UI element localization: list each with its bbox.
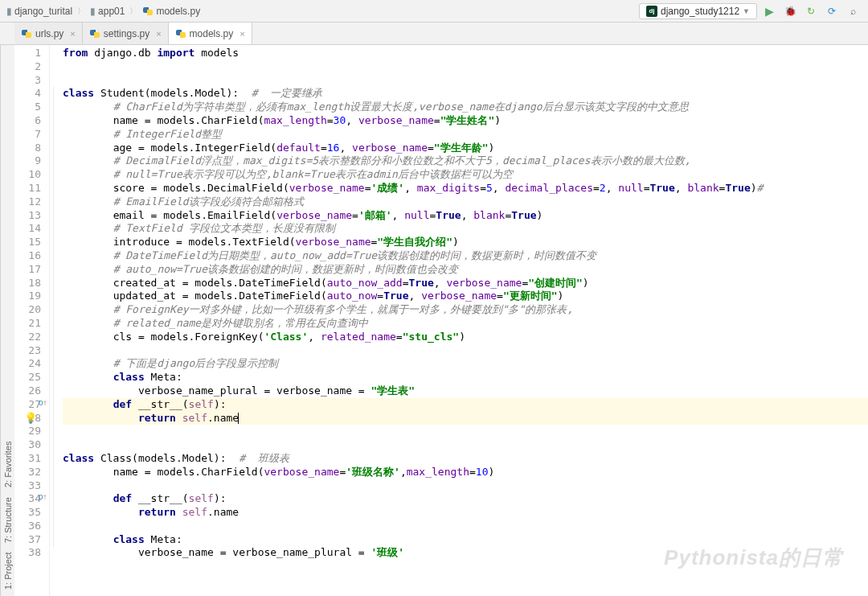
code-line[interactable]: # 下面是django后台字段显示控制: [63, 357, 868, 371]
code-line[interactable]: return self.name: [63, 506, 868, 520]
code-line[interactable]: introduce = models.TextField(verbose_nam…: [63, 236, 868, 249]
dropdown-icon: ▼: [743, 7, 750, 15]
toolbar-actions: dj django_study1212 ▼ ▶ 🐞 ↻ ⟳ ⌕: [639, 2, 862, 20]
code-line[interactable]: def __str__(self):: [63, 398, 868, 412]
code-line[interactable]: # TextField 字段位文本类型，长度没有限制: [63, 222, 868, 236]
tab-urls[interactable]: urls.py×: [14, 23, 83, 44]
code-line[interactable]: class Class(models.Model): # 班级表: [63, 452, 868, 466]
python-file-icon: [21, 28, 32, 39]
fold-gutter[interactable]: [50, 45, 61, 596]
code-line[interactable]: [63, 520, 868, 533]
project-panel-toggle[interactable]: 1: Project: [3, 553, 13, 590]
code-line[interactable]: # ForeignKey一对多外键，比如一个班级有多个学生，就属于一对多，外键要…: [63, 303, 868, 317]
code-line[interactable]: # DateTimeField为日期类型，auto_now_add=True该数…: [63, 249, 868, 263]
code-line[interactable]: # CharField为字符串类型，必须有max_length设置最大长度,ve…: [63, 101, 868, 114]
code-line[interactable]: created_at = models.DateTimeField(auto_n…: [63, 277, 868, 290]
code-line[interactable]: verbose_name_plural = verbose_name = "学生…: [63, 384, 868, 398]
breadcrumb-folder[interactable]: ▮app01: [90, 6, 125, 17]
chevron-right-icon: 〉: [129, 6, 137, 17]
code-line[interactable]: # DecimalField浮点型，max_digits=5表示整数部分和小数位…: [63, 154, 868, 168]
code-line[interactable]: cls = models.ForeignKey('Class', related…: [63, 331, 868, 344]
folder-icon: ▮: [90, 6, 96, 17]
breadcrumb-file[interactable]: models.py: [142, 6, 200, 17]
folder-icon: ▮: [6, 6, 12, 17]
code-line[interactable]: name = models.CharField(max_length=30, v…: [63, 114, 868, 128]
code-line[interactable]: [63, 60, 868, 74]
breadcrumb: ▮django_turital 〉 ▮app01 〉 models.py: [6, 6, 200, 17]
left-tool-stripe: 1: Project 7: Structure 2: Favorites: [0, 45, 14, 596]
line-number-gutter[interactable]: 1234567891011121314151617181920212223242…: [14, 45, 50, 596]
close-icon[interactable]: ×: [240, 29, 244, 39]
code-line[interactable]: [63, 344, 868, 358]
code-line[interactable]: [63, 425, 868, 438]
tab-models[interactable]: models.py×: [169, 23, 252, 44]
main-area: 1: Project 7: Structure 2: Favorites 123…: [0, 45, 868, 596]
code-line[interactable]: # related_name是对外键取别名，常用在反向查询中: [63, 317, 868, 331]
python-file-icon: [142, 6, 154, 17]
code-line[interactable]: [63, 438, 868, 452]
bug-icon: 🐞: [784, 6, 796, 17]
code-line[interactable]: def __str__(self):: [63, 492, 868, 506]
close-icon[interactable]: ×: [156, 29, 161, 39]
close-icon[interactable]: ×: [70, 29, 75, 39]
django-icon: dj: [646, 6, 657, 17]
code-line[interactable]: [63, 479, 868, 493]
code-line[interactable]: # EmailField该字段必须符合邮箱格式: [63, 195, 868, 209]
chevron-right-icon: 〉: [77, 6, 85, 17]
search-button[interactable]: ⌕: [844, 2, 862, 20]
main-toolbar: ▮django_turital 〉 ▮app01 〉 models.py dj …: [0, 0, 868, 23]
code-line[interactable]: # IntegerField整型: [63, 128, 868, 142]
code-line[interactable]: age = models.IntegerField(default=16, ve…: [63, 142, 868, 155]
rerun-button[interactable]: ↻: [802, 2, 820, 20]
code-line[interactable]: email = models.EmailField(verbose_name='…: [63, 209, 868, 223]
search-icon: ⌕: [850, 6, 856, 17]
structure-panel-toggle[interactable]: 7: Structure: [3, 497, 13, 543]
update-icon: ⟳: [828, 6, 836, 17]
python-file-icon: [175, 28, 186, 39]
code-line[interactable]: class Meta:: [63, 371, 868, 384]
debug-button[interactable]: 🐞: [781, 2, 799, 20]
code-line[interactable]: name = models.CharField(verbose_name='班级…: [63, 466, 868, 479]
code-line[interactable]: # auto_now=True该条数据创建的时间，数据更新时，时间数值也会改变: [63, 263, 868, 277]
python-file-icon: [89, 28, 100, 39]
code-line[interactable]: class Student(models.Model): # 一定要继承: [63, 87, 868, 101]
code-line[interactable]: # null=True表示字段可以为空,blank=True表示在admin后台…: [63, 168, 868, 182]
code-line[interactable]: [63, 74, 868, 88]
breadcrumb-root[interactable]: ▮django_turital: [6, 6, 72, 17]
code-line[interactable]: score = models.DecimalField(verbose_name…: [63, 182, 868, 195]
editor-tabs: urls.py× settings.py× models.py×: [0, 23, 868, 45]
intention-bulb-icon[interactable]: 💡: [24, 412, 37, 424]
rerun-icon: ↻: [807, 6, 815, 17]
tab-settings[interactable]: settings.py×: [83, 23, 169, 44]
favorites-panel-toggle[interactable]: 2: Favorites: [3, 441, 13, 487]
code-line[interactable]: return self.name: [63, 412, 868, 425]
code-editor[interactable]: from django.db import modelsclass Studen…: [61, 45, 868, 596]
code-line[interactable]: from django.db import models: [63, 47, 868, 60]
run-button[interactable]: ▶: [760, 2, 778, 20]
run-config-selector[interactable]: dj django_study1212 ▼: [639, 3, 757, 19]
watermark: Pythonista的日常: [664, 544, 844, 572]
update-button[interactable]: ⟳: [823, 2, 841, 20]
play-icon: ▶: [765, 5, 774, 18]
code-line[interactable]: updated_at = models.DateTimeField(auto_n…: [63, 290, 868, 303]
